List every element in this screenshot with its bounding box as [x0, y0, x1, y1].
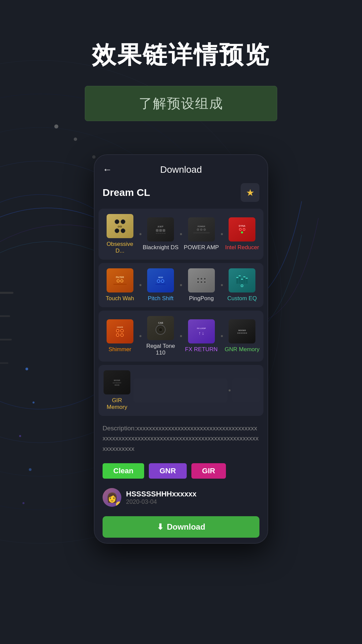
effect-pitchshift[interactable]: MOD Pitch Shift [143, 268, 179, 302]
download-label: Download [167, 522, 205, 532]
user-avatar: 👩 ♦ [103, 488, 121, 507]
effect-name-regaltone: Regal Tone 110 [143, 343, 179, 356]
effect-name-gnrmemory: GNR Memory [225, 346, 259, 353]
connector [139, 335, 141, 337]
bottom-btn-row: ⬇ Download [95, 514, 267, 543]
svg-point-8 [25, 368, 28, 370]
effect-name-intel: Intel Reducer [225, 244, 259, 251]
connector [229, 389, 231, 391]
effect-customeq[interactable]: Custom EQ [224, 268, 260, 302]
preset-name-row: Dream CL ★ [95, 180, 267, 209]
svg-rect-13 [0, 292, 13, 294]
effects-row-3: reverb Shimmer [99, 311, 263, 362]
effect-gnrmemory[interactable]: MOOER GNR Me [224, 319, 260, 353]
download-button[interactable]: ⬇ Download [103, 516, 259, 538]
pedal-shimmer: reverb [107, 319, 133, 343]
description-section: Description:xxxxxxxxxxxxxxxxxxxxxxxxxxxx… [95, 419, 267, 458]
effect-name-blacknight: Blacknight DS [143, 244, 179, 251]
pedal-intel: DYNA [229, 217, 255, 241]
svg-point-12 [22, 502, 24, 504]
svg-point-9 [33, 401, 35, 404]
pedal-regaltone: CAB [147, 316, 174, 340]
connector [221, 335, 223, 337]
effects-row-1: OD Obsessive D... AMP [99, 209, 263, 260]
partial-slot-1 [133, 378, 227, 402]
effect-obsessive[interactable]: OD Obsessive D... [102, 214, 138, 254]
connector [180, 335, 182, 337]
effect-name-pingpong: PingPong [189, 295, 214, 302]
effect-name-pitchshift: Pitch Shift [148, 295, 174, 302]
partial-slot-2 [232, 378, 260, 402]
avatar-emoji: 👩 [106, 492, 118, 503]
phone-header: ← Download [95, 155, 267, 180]
description-text: Description:xxxxxxxxxxxxxxxxxxxxxxxxxxxx… [103, 425, 259, 452]
svg-rect-16 [0, 362, 8, 364]
phone-frame: ← Download Dream CL ★ [94, 154, 268, 544]
effect-name-obsessive: Obsessive D... [102, 241, 138, 254]
effect-name-fxreturn: FX RETURN [185, 346, 218, 353]
pedal-poweramp: POWER [188, 217, 215, 241]
effect-shimmer[interactable]: reverb Shimmer [102, 319, 138, 353]
favorite-button[interactable]: ★ [241, 183, 259, 202]
user-name: HSSSSSHHHxxxxxx [126, 490, 259, 498]
preset-name: Dream CL [103, 187, 150, 198]
pedal-gnrmemory: MOOER [229, 319, 255, 343]
effect-name-girmemory: GIR Memory [102, 397, 132, 411]
svg-point-11 [29, 468, 32, 471]
effect-pingpong[interactable]: PingPong [183, 268, 220, 302]
pedal-pitchshift: MOD [147, 268, 174, 292]
effects-row-4: MOOER GIR MEMORY GIR Memory [99, 365, 263, 416]
back-button[interactable]: ← [103, 164, 112, 175]
tags-row: Clean GNR GIR [95, 458, 267, 484]
effect-name-touchwah: Touch Wah [106, 295, 134, 302]
effect-name-poweramp: POWER AMP [184, 244, 219, 251]
effect-touchwah[interactable]: FILTER Touch Wah [102, 268, 138, 302]
user-badge: ♦ [116, 501, 121, 507]
pedal-girmemory: MOOER GIR MEMORY [104, 370, 130, 394]
connector [180, 284, 182, 286]
subtitle-text: 了解预设组成 [139, 96, 223, 111]
star-icon: ★ [246, 187, 254, 198]
effect-name-shimmer: Shimmer [109, 346, 131, 353]
effects-section: OD Obsessive D... AMP [95, 209, 267, 416]
description-label: Description: [103, 425, 136, 432]
pedal-blacknight: AMP [147, 217, 174, 241]
pedal-obsessive: OD [107, 214, 133, 238]
connector [221, 233, 223, 235]
effect-regaltone[interactable]: CAB Regal Tone 110 [143, 316, 179, 356]
effect-girmemory[interactable]: MOOER GIR MEMORY GIR Memory [102, 370, 132, 411]
connector [221, 284, 223, 286]
effect-blacknight[interactable]: AMP [143, 217, 179, 251]
tag-clean-button[interactable]: Clean [103, 463, 144, 479]
phone-mockup: ← Download Dream CL ★ [94, 154, 268, 544]
phone-inner: ← Download Dream CL ★ [95, 155, 267, 543]
user-info: HSSSSSHHHxxxxxx 2020-03-04 [126, 490, 259, 505]
pedal-touchwah: FILTER [107, 268, 133, 292]
subtitle-box: 了解预设组成 [85, 86, 277, 121]
pedal-fxreturn: FX LOOP ↑ ↓ [188, 319, 215, 343]
user-row: 👩 ♦ HSSSSSHHHxxxxxx 2020-03-04 [95, 484, 267, 514]
connector [139, 233, 141, 235]
svg-rect-15 [0, 339, 12, 340]
connector [139, 284, 141, 286]
header-title: Download [160, 164, 202, 175]
effects-row-2: FILTER Touch Wah [99, 263, 263, 307]
effect-intel[interactable]: DYNA Intel Reducer [224, 217, 260, 251]
tag-gnr-button[interactable]: GNR [149, 463, 187, 479]
svg-rect-14 [0, 315, 10, 317]
top-section: 效果链详情预览 了解预设组成 [0, 0, 362, 141]
main-title: 效果链详情预览 [0, 40, 362, 69]
pedal-customeq [229, 268, 255, 292]
download-icon: ⬇ [157, 522, 164, 532]
connector [180, 233, 182, 235]
tag-gir-button[interactable]: GIR [191, 463, 226, 479]
effect-name-customeq: Custom EQ [227, 295, 257, 302]
pedal-pingpong [188, 268, 215, 292]
effect-fxreturn[interactable]: FX LOOP ↑ ↓ FX RETURN [183, 319, 220, 353]
effect-poweramp[interactable]: POWER POWER AMP [183, 217, 220, 251]
svg-point-10 [19, 435, 21, 437]
user-date: 2020-03-04 [126, 498, 259, 505]
